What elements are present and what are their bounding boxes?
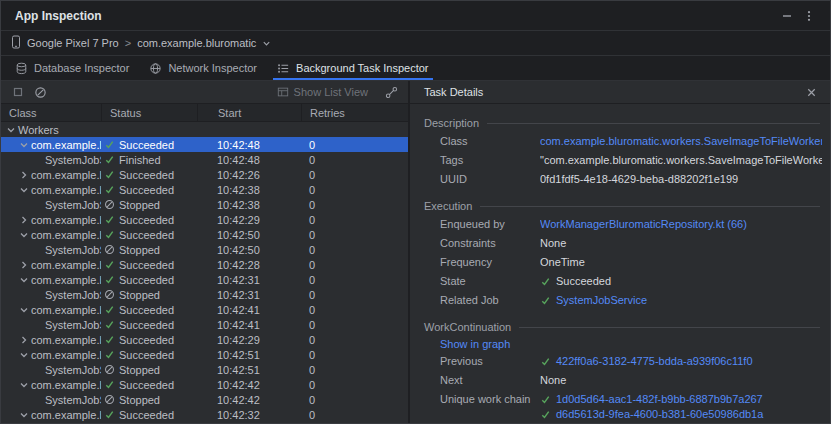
status-label: Succeeded: [119, 319, 174, 331]
more-options-icon[interactable]: [798, 6, 820, 26]
task-row[interactable]: SystemJobSStopped10:42:510: [1, 362, 408, 377]
detail-value: "com.example.bluromatic.workers.SaveImag…: [540, 153, 822, 168]
worker-class: com.example.bl: [31, 259, 101, 271]
start-time: 10:42:38: [197, 197, 301, 212]
detail-value[interactable]: WorkManagerBluromaticRepository.kt (66): [540, 217, 747, 232]
task-row[interactable]: SystemJobSStopped10:42:380: [1, 197, 408, 212]
close-icon[interactable]: [800, 82, 822, 102]
chevron-down-icon[interactable]: [19, 410, 29, 420]
task-row[interactable]: SystemJobSStopped10:42:310: [1, 287, 408, 302]
task-row[interactable]: com.example.blSucceeded10:42:280: [1, 257, 408, 272]
retries-count: 0: [301, 407, 408, 422]
show-in-graph-link[interactable]: Show in graph: [440, 338, 510, 350]
column-header-status[interactable]: Status: [101, 104, 197, 121]
section-heading: Description: [424, 117, 479, 129]
start-time: 10:42:50: [197, 227, 301, 242]
status-label: Succeeded: [119, 259, 174, 271]
chevron-down-icon[interactable]: [19, 230, 29, 240]
stopped-icon: [104, 244, 115, 255]
chevron-down-icon[interactable]: [19, 380, 29, 390]
detail-label: Next: [440, 373, 540, 388]
column-header-start[interactable]: Start: [197, 104, 301, 121]
task-row[interactable]: com.example.blSucceeded10:42:260: [1, 167, 408, 182]
task-row[interactable]: SystemJobSStopped10:42:500: [1, 242, 408, 257]
status-cell: Stopped: [101, 362, 197, 377]
process-selector[interactable]: Google Pixel 7 Pro > com.example.bluroma…: [27, 37, 271, 49]
status-label: Succeeded: [119, 349, 174, 361]
retries-count: 0: [301, 137, 408, 152]
status-cell: Succeeded: [101, 347, 197, 362]
chevron-right-icon[interactable]: [19, 260, 29, 270]
status-cell: Succeeded: [101, 227, 197, 242]
tab-label: Database Inspector: [34, 62, 129, 74]
task-row[interactable]: SystemJobSStopped10:42:420: [1, 392, 408, 407]
task-row[interactable]: com.example.blSucceeded10:42:480: [1, 137, 408, 152]
retries-count: 0: [301, 227, 408, 242]
chevron-down-icon[interactable]: [19, 185, 29, 195]
start-time: 10:42:42: [197, 392, 301, 407]
task-row[interactable]: com.example.blSucceeded10:42:500: [1, 227, 408, 242]
check-icon: [540, 295, 551, 306]
tab-network-inspector[interactable]: Network Inspector: [139, 56, 267, 80]
check-icon: [104, 334, 115, 345]
details-title: Task Details: [424, 86, 483, 98]
task-row[interactable]: com.example.blSucceeded10:42:420: [1, 377, 408, 392]
status-cell: Stopped: [101, 242, 197, 257]
task-row[interactable]: SystemJobSFinished10:42:480: [1, 152, 408, 167]
hide-window-icon[interactable]: [776, 6, 798, 26]
worker-class: SystemJobS: [45, 199, 101, 211]
chevron-right-icon[interactable]: [19, 170, 29, 180]
show-list-view-button[interactable]: Show List View: [277, 86, 368, 98]
chevron-down-icon[interactable]: [6, 125, 16, 135]
detail-value[interactable]: 1d0d5d64-aac1-482f-b9bb-6887b9b7a267: [556, 392, 763, 407]
task-row[interactable]: SystemJobSSucceeded10:42:410: [1, 317, 408, 332]
check-icon: [104, 139, 115, 150]
tab-database-inspector[interactable]: Database Inspector: [5, 56, 139, 80]
check-icon: [104, 214, 115, 225]
device-name: Google Pixel 7 Pro: [27, 37, 119, 49]
check-icon: [104, 169, 115, 180]
check-icon: [104, 259, 115, 270]
task-row[interactable]: com.example.blSucceeded10:42:290: [1, 212, 408, 227]
status-cell: Succeeded: [101, 182, 197, 197]
task-row[interactable]: com.example.blSucceeded10:42:380: [1, 182, 408, 197]
column-header-retries[interactable]: Retries: [301, 104, 408, 121]
graph-view-icon[interactable]: [380, 82, 402, 102]
column-header-class[interactable]: Class: [1, 104, 101, 121]
status-cell: Stopped: [101, 392, 197, 407]
workers-group-row[interactable]: Workers: [1, 122, 408, 137]
detail-value[interactable]: d6d5613d-9fea-4600-b381-60e50986db1a: [556, 407, 763, 422]
chevron-down-icon[interactable]: [19, 350, 29, 360]
stopped-icon: [104, 199, 115, 210]
chevron-right-icon[interactable]: [19, 215, 29, 225]
status-cell: Succeeded: [101, 377, 197, 392]
tab-background-inspector[interactable]: Background Task Inspector: [267, 56, 438, 80]
status-label: Stopped: [119, 244, 160, 256]
retries-count: 0: [301, 392, 408, 407]
chevron-right-icon[interactable]: [19, 335, 29, 345]
task-row[interactable]: com.example.blSucceeded10:42:290: [1, 332, 408, 347]
detail-value[interactable]: SystemJobService: [556, 293, 647, 308]
task-row[interactable]: com.example.blSucceeded10:42:510: [1, 347, 408, 362]
worker-class: SystemJobS: [45, 289, 101, 301]
task-row[interactable]: com.example.blSucceeded10:42:410: [1, 302, 408, 317]
status-label: Stopped: [119, 199, 160, 211]
package-name: com.example.bluromatic: [137, 37, 256, 49]
task-row[interactable]: com.example.blSucceeded10:42:310: [1, 272, 408, 287]
start-time: 10:42:31: [197, 287, 301, 302]
status-cell: Stopped: [101, 197, 197, 212]
chevron-down-icon[interactable]: [19, 140, 29, 150]
retries-count: 0: [301, 302, 408, 317]
status-label: Succeeded: [119, 184, 174, 196]
details-section: WorkContinuationShow in graphPrevious422…: [410, 318, 830, 424]
start-time: 10:42:38: [197, 182, 301, 197]
cancel-work-icon[interactable]: [29, 82, 51, 102]
detail-value[interactable]: 422ff0a6-3182-4775-bdda-a939f06c11f0: [556, 354, 753, 369]
chevron-down-icon[interactable]: [19, 275, 29, 285]
stop-icon[interactable]: [7, 82, 29, 102]
worker-class: SystemJobS: [45, 244, 101, 256]
task-row[interactable]: com.example.blSucceeded10:42:320: [1, 407, 408, 422]
chevron-down-icon[interactable]: [19, 305, 29, 315]
detail-value[interactable]: com.example.bluromatic.workers.SaveImage…: [540, 134, 822, 149]
task-details-panel: Task Details DescriptionClasscom.example…: [410, 81, 830, 424]
